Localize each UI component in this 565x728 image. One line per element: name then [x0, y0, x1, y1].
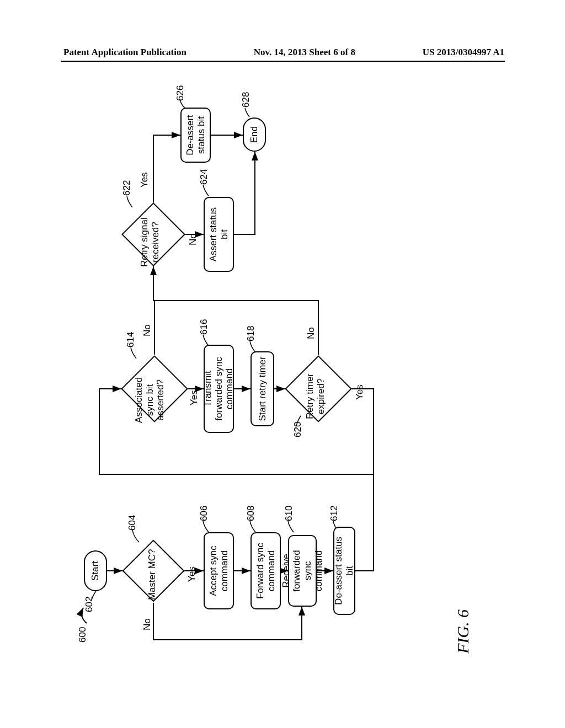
box-forward-sync: Forward sync command [250, 532, 281, 609]
ref-626: 626 [175, 85, 186, 101]
edge-no-604: No [142, 618, 153, 630]
header-right: US 2013/0304997 A1 [423, 47, 504, 58]
box-assert-status: Assert status bit [204, 197, 234, 272]
box-deassert-2: De-assert status bit [180, 108, 211, 163]
box-tx-fwd: Transmit forwarded sync command [204, 345, 234, 433]
ref-622: 622 [121, 180, 132, 196]
ref-610: 610 [284, 506, 295, 521]
edge-no-622: No [188, 233, 199, 245]
ref-608: 608 [246, 506, 257, 521]
header-left: Patent Application Publication [63, 47, 186, 58]
page-header: Patent Application Publication Nov. 14, … [0, 47, 565, 58]
ref-606: 606 [199, 506, 210, 521]
flowchart-600: 600 Start 602 Master MC? 604 Yes No Acce… [67, 85, 498, 665]
ref-602: 602 [84, 597, 95, 612]
ref-600: 600 [77, 627, 88, 643]
edge-no-614: No [142, 324, 153, 336]
page: Patent Application Publication Nov. 14, … [0, 0, 565, 728]
ref-612: 612 [329, 506, 340, 521]
figure-label: FIG. 6 [454, 609, 472, 654]
edge-yes-622: Yes [139, 172, 150, 188]
edge-no-620: No [306, 327, 317, 339]
ref-616: 616 [199, 319, 210, 335]
box-start-retry: Start retry timer [250, 351, 274, 426]
ref-614: 614 [125, 332, 136, 347]
ref-618: 618 [246, 326, 257, 341]
box-recv-fwd: Receive forwarded sync command [288, 535, 317, 607]
end-terminator: End [243, 117, 266, 152]
edge-yes-620: Yes [354, 384, 365, 400]
edge-yes-614: Yes [189, 390, 200, 405]
header-rule [61, 61, 505, 62]
ref-624: 624 [199, 169, 210, 185]
box-deassert-1: De-assert status bit [333, 527, 355, 615]
ref-628: 628 [241, 92, 252, 108]
box-accept-sync: Accept sync command [204, 532, 234, 609]
edge-yes-604: Yes [186, 566, 198, 582]
ref-604: 604 [127, 515, 138, 531]
start-terminator: Start [84, 550, 107, 591]
header-center: Nov. 14, 2013 Sheet 6 of 8 [254, 47, 355, 58]
ref-620: 620 [292, 422, 303, 437]
